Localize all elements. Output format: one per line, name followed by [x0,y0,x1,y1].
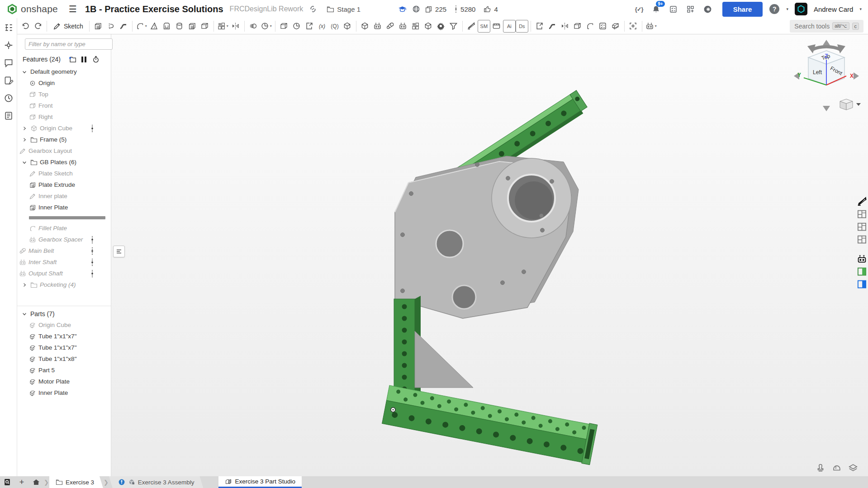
kebab-menu-icon[interactable] [90,270,95,278]
split-caret-icon[interactable]: ▾ [270,24,272,28]
mirror-button[interactable] [229,20,242,33]
part-gusset[interactable] [415,331,473,388]
rotate-down-arrow-icon[interactable] [823,106,830,111]
kebab-menu-icon[interactable] [90,247,95,255]
copies-stat[interactable]: 225 [425,5,446,13]
follow-mode-icon[interactable] [4,40,14,50]
app-store-icon[interactable] [685,4,696,14]
part-gearbox-plate[interactable] [395,158,571,318]
new-tab-button[interactable]: + [14,476,29,488]
user-name[interactable]: Andrew Card [814,5,854,13]
view-options-caret-icon[interactable] [856,103,861,106]
tree-item-inter-shaft[interactable]: Inter Shaft [17,256,111,268]
pattern-caret-icon[interactable]: ▾ [227,24,228,28]
public-globe-icon[interactable] [411,4,422,14]
variable-button[interactable] [316,20,328,33]
tree-item-origin[interactable]: Origin [17,77,111,89]
view-cube[interactable]: Top Left Front Z X Y [790,36,863,114]
tab-exercise-3-part-studio[interactable]: Exercise 3 Part Studio [218,476,302,488]
part-row-tube-7a[interactable]: Tube 1"x1"x7" [17,331,111,342]
collapse-arrow-icon[interactable] [21,159,28,166]
undo-button[interactable] [19,20,32,33]
parts-section-header[interactable]: Parts (7) [17,308,111,319]
right-dock-tables-icon[interactable] [857,196,867,207]
tree-item-gearbox-spacer[interactable]: Gearbox Spacer [17,234,111,245]
views-stat[interactable]: 5280 [454,5,475,13]
appearance-stamp-icon[interactable] [816,463,825,473]
fillet-caret-icon[interactable]: ▾ [145,24,147,28]
tasks-icon[interactable] [668,4,679,14]
notifications-bell-icon[interactable]: 9+ [651,4,662,14]
bend-button[interactable] [546,20,559,33]
thicken-button[interactable] [186,20,199,33]
sketch-button[interactable]: Sketch [49,20,87,33]
pattern-feature-button[interactable] [409,20,422,33]
right-dock-display-icon[interactable] [857,234,867,245]
comments-icon[interactable] [4,58,14,68]
panel-handle-button[interactable] [113,246,125,257]
link-icon[interactable] [308,4,318,14]
history-icon[interactable] [4,93,14,103]
sheet-button[interactable] [571,20,584,33]
search-tabs-button[interactable] [0,476,14,488]
plane-button[interactable] [278,20,290,33]
model-canvas[interactable] [111,34,868,476]
kebab-menu-icon[interactable] [90,258,95,266]
rotate-up-arrow-icon[interactable] [823,40,830,45]
rollback-bar[interactable] [29,216,105,219]
part-row-motor-plate[interactable]: Motor Plate [17,376,111,387]
revolve-button[interactable] [104,20,117,33]
view-options-button[interactable] [840,99,861,110]
search-tools[interactable]: Search tools alt/⌥ c [790,20,863,33]
tree-item-inner-plate-extrude[interactable]: Inner Plate [17,202,111,213]
ground-plane-icon[interactable] [848,463,858,473]
linear-pattern-button[interactable]: ▾ [216,20,229,33]
expand-arrow-icon[interactable] [21,125,28,132]
part-bottom-tube[interactable] [382,384,598,465]
featurescript-caret-icon[interactable]: ▾ [655,24,657,28]
onshape-logo[interactable]: onshape [6,3,58,15]
part-row-tube-8[interactable]: Tube 1"x1"x8" [17,353,111,365]
tree-group-pocketing[interactable]: Pocketing (4) [17,279,111,290]
tree-group-default-geometry[interactable]: Default geometry [17,66,111,77]
custom-cube-button[interactable] [359,20,371,33]
expand-arrow-icon[interactable] [21,281,28,289]
new-folder-icon[interactable] [68,55,76,63]
sheet-metal-button[interactable]: SM [478,20,490,33]
add-tool-button[interactable] [627,20,640,33]
tree-item-right-plane[interactable]: Right [17,111,111,123]
right-dock-bom-icon[interactable] [857,209,867,219]
shell-button[interactable] [161,20,173,33]
tube-button[interactable] [609,20,622,33]
right-dock-properties-icon[interactable] [857,222,867,232]
part-row-part-5[interactable]: Part 5 [17,365,111,376]
mate-connector-button[interactable] [341,20,354,33]
right-dock-sheet-green-icon[interactable] [857,266,867,277]
tree-item-fillet-plate[interactable]: Fillet Plate [17,223,111,234]
rebuild-timer-icon[interactable] [92,55,100,63]
share-button[interactable]: Share [722,2,763,17]
modify-fillet-button[interactable] [559,20,571,33]
finish-part-button[interactable] [597,20,609,33]
avatar[interactable] [795,3,807,15]
export-button[interactable] [533,20,546,33]
tree-item-plate-extrude[interactable]: Plate Extrude [17,179,111,190]
boolean-button[interactable] [247,20,260,33]
part-row-tube-7b[interactable]: Tube 1"x1"x7" [17,342,111,353]
collapse-arrow-icon[interactable] [21,68,28,76]
tab-exercise-3-assembly[interactable]: Exercise 3 Assembly [109,476,204,488]
likes-stat[interactable]: 4 [483,5,498,13]
rotate-left-arrow-icon[interactable] [812,47,841,50]
help-button[interactable]: ? [769,4,780,14]
redo-button[interactable] [32,20,44,33]
helix-button[interactable] [290,20,303,33]
filter-feature-button[interactable] [447,20,460,33]
ds-tool-button[interactable]: Ds [516,20,528,33]
gear-feature-button[interactable] [422,20,435,33]
education-icon[interactable] [397,4,408,14]
tree-item-plate-sketch[interactable]: Plate Sketch [17,168,111,179]
hole-button[interactable] [173,20,186,33]
help-caret-icon[interactable]: ▾ [786,7,788,11]
learning-center-icon[interactable] [702,4,713,14]
measure-tool-button[interactable] [465,20,478,33]
